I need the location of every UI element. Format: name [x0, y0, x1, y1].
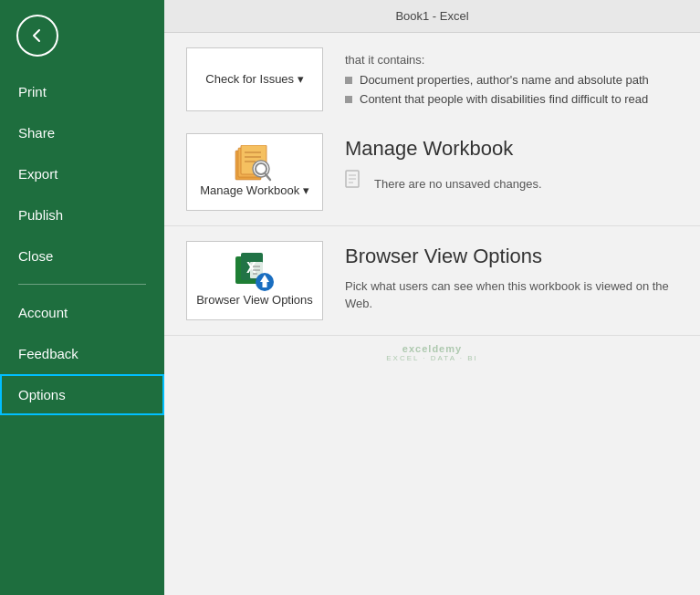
- svg-line-8: [266, 174, 270, 180]
- manage-workbook-button[interactable]: Manage Workbook ▾: [186, 133, 323, 211]
- no-changes-row: There are no unsaved changes.: [345, 170, 678, 199]
- sidebar-item-export[interactable]: Export: [0, 153, 164, 194]
- sidebar-item-print[interactable]: Print: [0, 71, 164, 112]
- check-issues-intro: that it contains:: [345, 51, 678, 69]
- bullet-icon-2: [345, 96, 352, 103]
- manage-workbook-status: There are no unsaved changes.: [374, 175, 542, 193]
- sidebar-item-publish[interactable]: Publish: [0, 194, 164, 235]
- title-bar: Book1 - Excel: [164, 0, 700, 33]
- browser-view-section: X Browser View Options Browser View Opti…: [164, 226, 700, 336]
- check-issues-section: Check for Issues ▾ that it contains: Doc…: [164, 33, 700, 119]
- main-content: Book1 - Excel Check for Issues ▾ that it…: [164, 0, 700, 595]
- watermark: exceldemy EXCEL · DATA · BI: [164, 336, 700, 366]
- browser-view-icon: X: [234, 253, 276, 293]
- browser-view-info: Browser View Options Pick what users can…: [345, 241, 678, 313]
- sidebar-divider: [18, 284, 146, 285]
- check-issues-bullets: Document properties, author's name and a…: [345, 73, 678, 106]
- check-issues-button[interactable]: Check for Issues ▾: [186, 47, 323, 111]
- sidebar-item-close[interactable]: Close: [0, 235, 164, 277]
- browser-view-button[interactable]: X Browser View Options: [186, 241, 323, 320]
- check-issues-info: that it contains: Document properties, a…: [345, 47, 678, 111]
- manage-workbook-info: Manage Workbook There are no unsaved cha…: [345, 133, 678, 199]
- manage-workbook-title: Manage Workbook: [345, 137, 678, 161]
- bullet-item-2: Content that people with disabilities fi…: [345, 92, 678, 106]
- watermark-line2: EXCEL · DATA · BI: [164, 354, 700, 362]
- sidebar-item-options[interactable]: Options: [0, 374, 164, 415]
- window-title: Book1 - Excel: [395, 9, 468, 23]
- sidebar: Print Share Export Publish Close Account…: [0, 0, 164, 595]
- bullet-text-1: Document properties, author's name and a…: [360, 73, 649, 87]
- manage-workbook-icon: [234, 145, 276, 183]
- check-issues-label: Check for Issues ▾: [205, 72, 303, 88]
- sidebar-item-feedback[interactable]: Feedback: [0, 333, 164, 374]
- back-button[interactable]: [16, 15, 58, 57]
- bullet-icon-1: [345, 77, 352, 84]
- browser-view-title: Browser View Options: [345, 245, 678, 268]
- bullet-item-1: Document properties, author's name and a…: [345, 73, 678, 87]
- browser-view-label: Browser View Options: [196, 293, 313, 308]
- watermark-line1: exceldemy: [164, 343, 700, 354]
- manage-workbook-section: Manage Workbook ▾ Manage Workbook There …: [164, 119, 700, 226]
- manage-workbook-label: Manage Workbook ▾: [200, 183, 309, 199]
- document-icon: [345, 170, 365, 199]
- sidebar-item-share[interactable]: Share: [0, 112, 164, 153]
- sidebar-item-account[interactable]: Account: [0, 292, 164, 333]
- browser-view-desc: Pick what users can see when this workbo…: [345, 277, 678, 313]
- bullet-text-2: Content that people with disabilities fi…: [360, 92, 648, 106]
